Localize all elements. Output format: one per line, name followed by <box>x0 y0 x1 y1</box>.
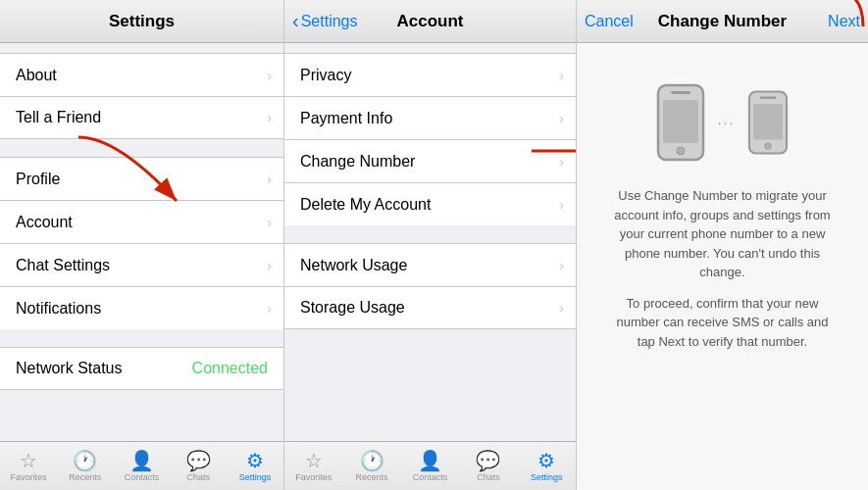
middle-item-change-number[interactable]: Change Number › <box>284 139 576 182</box>
middle-item-privacy[interactable]: Privacy › <box>284 53 576 96</box>
svg-rect-9 <box>760 96 777 98</box>
svg-point-7 <box>677 147 685 155</box>
settings-icon: ⚙ <box>246 451 264 470</box>
chevron-icon: › <box>559 68 564 83</box>
favorites-icon: ☆ <box>305 451 323 470</box>
middle-item-network-usage[interactable]: Network Usage › <box>284 243 576 286</box>
chevron-icon: › <box>559 197 564 213</box>
middle-nav-bar: ‹ Settings Account <box>284 0 576 43</box>
phone-illustration: ··· <box>655 82 791 163</box>
phone-icon-right <box>746 89 790 156</box>
left-nav-title: Settings <box>109 12 175 31</box>
cancel-button[interactable]: Cancel <box>585 13 634 30</box>
right-nav-bar: Cancel Change Number Next <box>577 0 868 43</box>
left-tab-bar: ☆ Favorites 🕐 Recents 👤 Contacts 💬 Chats… <box>0 441 283 490</box>
svg-rect-5 <box>671 91 690 94</box>
tab-favorites-mid[interactable]: ☆ Favorites <box>284 451 342 482</box>
tab-contacts-mid[interactable]: 👤 Contacts <box>401 451 459 482</box>
chevron-icon: › <box>267 172 272 187</box>
tab-recents-left[interactable]: 🕐 Recents <box>57 451 114 482</box>
chats-icon: 💬 <box>476 451 500 470</box>
chevron-icon: › <box>267 110 272 125</box>
left-group1: About › Tell a Friend › <box>0 53 283 139</box>
tab-settings-mid[interactable]: ⚙ Settings <box>518 451 576 482</box>
recents-icon: 🕐 <box>360 451 384 470</box>
middle-group2: Network Usage › Storage Usage › <box>284 243 576 329</box>
chevron-icon: › <box>559 258 564 273</box>
middle-back-button[interactable]: ‹ Settings <box>292 10 357 32</box>
chevron-icon: › <box>559 300 564 316</box>
tab-recents-mid[interactable]: 🕐 Recents <box>342 451 400 482</box>
tab-contacts-left[interactable]: 👤 Contacts <box>114 451 171 482</box>
left-item-tell-a-friend[interactable]: Tell a Friend › <box>0 96 283 139</box>
chats-icon: 💬 <box>186 451 211 470</box>
tab-chats-left[interactable]: 💬 Chats <box>170 451 227 482</box>
chevron-icon: › <box>267 215 272 230</box>
middle-item-payment[interactable]: Payment Info › <box>284 96 576 139</box>
tab-chats-mid[interactable]: 💬 Chats <box>459 451 517 482</box>
left-item-network-status[interactable]: Network Status Connected <box>0 347 283 390</box>
middle-group1: Privacy › Payment Info › Change Number ›… <box>284 53 576 225</box>
settings-icon: ⚙ <box>537 451 555 470</box>
middle-panel: ‹ Settings Account Privacy › Payment Inf… <box>284 0 577 490</box>
middle-item-storage-usage[interactable]: Storage Usage › <box>284 286 576 329</box>
left-item-profile[interactable]: Profile › <box>0 157 283 200</box>
left-item-notifications[interactable]: Notifications › <box>0 286 283 329</box>
svg-point-11 <box>765 143 772 150</box>
middle-tab-bar: ☆ Favorites 🕐 Recents 👤 Contacts 💬 Chats… <box>284 441 576 490</box>
next-button[interactable]: Next <box>828 13 860 30</box>
svg-rect-6 <box>663 100 698 143</box>
recents-icon: 🕐 <box>73 451 97 470</box>
contacts-icon: 👤 <box>418 451 442 470</box>
tab-favorites-left[interactable]: ☆ Favorites <box>0 451 57 482</box>
right-content: ··· Use Change Number to migrate your ac… <box>577 43 868 490</box>
left-nav-bar: Settings <box>0 0 283 43</box>
chevron-icon: › <box>267 258 272 273</box>
chevron-icon: › <box>559 111 564 126</box>
tab-settings-left[interactable]: ⚙ Settings <box>227 451 283 482</box>
chevron-icon: › <box>559 154 564 170</box>
contacts-icon: 👤 <box>129 451 154 470</box>
left-group3: Network Status Connected <box>0 347 283 390</box>
right-description: Use Change Number to migrate your accoun… <box>596 186 848 351</box>
chevron-icon: › <box>267 301 272 317</box>
back-chevron-icon: ‹ <box>292 10 299 32</box>
left-panel: Settings About › Tell a Friend › Profile… <box>0 0 284 490</box>
middle-nav-title: Account <box>397 12 464 31</box>
svg-rect-10 <box>753 104 783 139</box>
middle-list: Privacy › Payment Info › Change Number ›… <box>284 43 576 441</box>
right-nav-title: Change Number <box>658 12 787 31</box>
left-item-account[interactable]: Account › <box>0 200 283 243</box>
left-group2: Profile › Account › Chat Settings › Noti… <box>0 157 283 329</box>
left-item-chat-settings[interactable]: Chat Settings › <box>0 243 283 286</box>
left-list: About › Tell a Friend › Profile › Accoun… <box>0 43 283 441</box>
favorites-icon: ☆ <box>20 451 37 470</box>
right-panel: Cancel Change Number Next ··· <box>577 0 868 490</box>
chevron-icon: › <box>267 68 272 83</box>
arrow-dots: ··· <box>718 115 736 130</box>
middle-item-delete-account[interactable]: Delete My Account › <box>284 182 576 225</box>
left-item-about[interactable]: About › <box>0 53 283 96</box>
phone-icon-left <box>655 82 706 163</box>
